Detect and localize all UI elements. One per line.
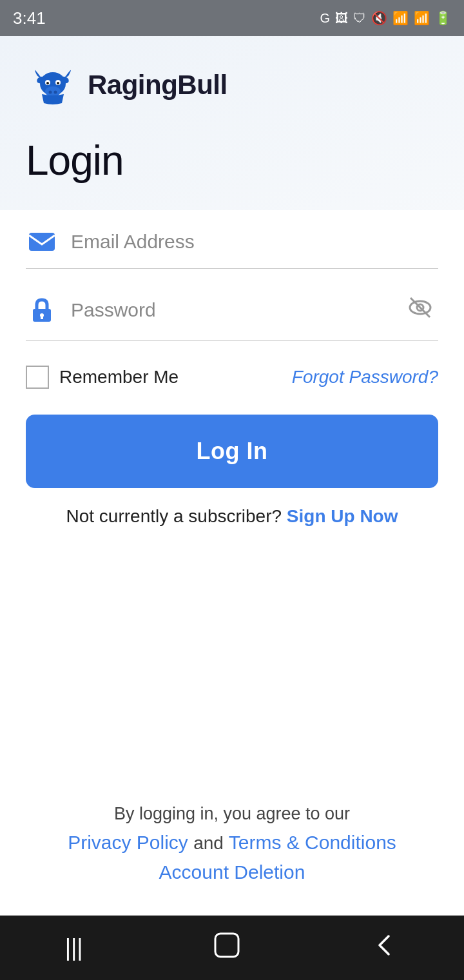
signup-prompt: Not currently a subscriber? Sign Up Now	[26, 506, 438, 527]
footer-agreement-text: By logging in, you agree to our	[52, 804, 412, 824]
lock-icon	[26, 294, 58, 326]
account-deletion-row: Account Deletion	[52, 861, 412, 883]
nav-home-icon	[213, 931, 241, 965]
signup-prompt-text: Not currently a subscriber?	[66, 506, 282, 526]
battery-icon: 🔋	[435, 10, 451, 26]
nav-bar: |||	[0, 916, 464, 980]
main-content: RagingBull Login	[0, 36, 464, 916]
password-input-group	[26, 274, 438, 341]
footer: By logging in, you agree to our Privacy …	[26, 778, 438, 916]
page-title: Login	[0, 124, 464, 210]
status-icons: G 🖼 🛡 🔇 📶 📶 🔋	[320, 10, 451, 26]
remember-me-checkbox[interactable]	[26, 366, 49, 389]
svg-rect-13	[41, 315, 43, 319]
nav-home-button[interactable]	[187, 921, 267, 975]
svg-point-7	[57, 82, 59, 84]
footer-links-row: Privacy Policy and Terms & Conditions	[52, 832, 412, 854]
svg-point-6	[46, 82, 49, 84]
nav-menu-icon: |||	[65, 934, 83, 961]
signal-icon: 📶	[414, 10, 430, 26]
shield-icon: 🛡	[353, 11, 366, 26]
password-input[interactable]	[71, 297, 402, 324]
email-icon	[26, 226, 58, 258]
email-input-group	[26, 210, 438, 269]
privacy-policy-link[interactable]: Privacy Policy	[68, 832, 188, 853]
status-time: 3:41	[13, 8, 46, 28]
nav-menu-button[interactable]: |||	[39, 924, 109, 972]
account-deletion-link[interactable]: Account Deletion	[159, 861, 305, 883]
form-area: Remember Me Forgot Password? Log In Not …	[0, 210, 464, 916]
nav-back-button[interactable]	[345, 921, 425, 975]
remember-left: Remember Me	[26, 366, 179, 389]
logo-area: RagingBull	[0, 36, 464, 124]
svg-rect-10	[29, 233, 55, 251]
footer-and-label: and	[193, 833, 224, 853]
wifi-icon: 📶	[392, 10, 409, 26]
svg-point-9	[54, 91, 57, 94]
logo-text: RagingBull	[88, 70, 227, 101]
status-bar: 3:41 G 🖼 🛡 🔇 📶 📶 🔋	[0, 0, 464, 36]
login-button[interactable]: Log In	[26, 415, 438, 488]
forgot-password-link[interactable]: Forgot Password?	[292, 367, 438, 387]
terms-conditions-link[interactable]: Terms & Conditions	[229, 832, 396, 853]
svg-rect-17	[215, 934, 238, 957]
signup-link[interactable]: Sign Up Now	[287, 506, 398, 526]
mute-icon: 🔇	[371, 10, 387, 26]
image-icon: 🖼	[335, 11, 348, 26]
remember-row: Remember Me Forgot Password?	[26, 346, 438, 415]
svg-point-8	[49, 91, 52, 94]
email-input[interactable]	[71, 228, 438, 255]
nav-back-icon	[371, 931, 399, 965]
logo-bull-icon	[26, 59, 77, 111]
remember-me-label: Remember Me	[59, 367, 179, 387]
password-visibility-toggle-icon[interactable]	[402, 289, 438, 330]
g-icon: G	[320, 11, 330, 26]
